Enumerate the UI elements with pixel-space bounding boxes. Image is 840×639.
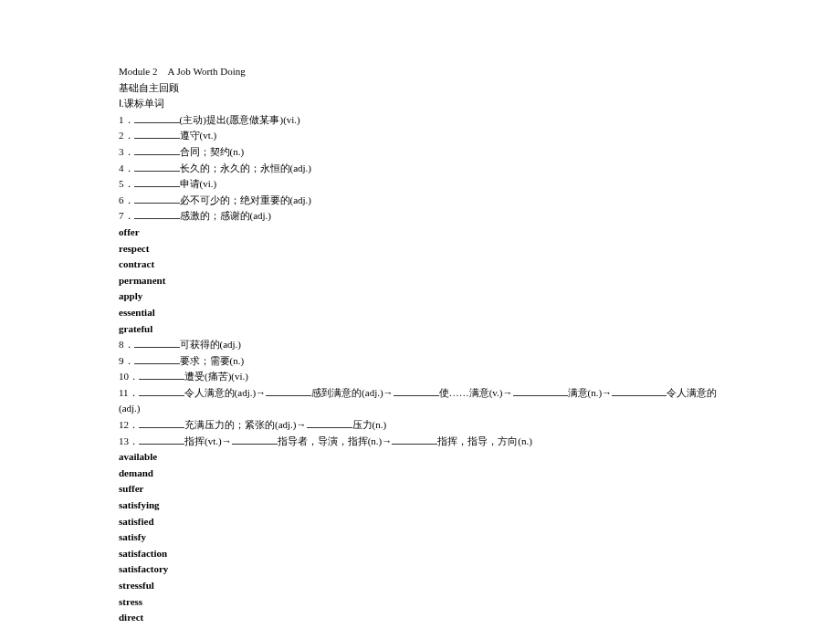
item-text: 合同；契约(n.) (180, 146, 245, 157)
item-num: 7． (119, 210, 134, 221)
answer-word: suffer (119, 481, 721, 498)
subtitle: 基础自主回顾 (119, 80, 721, 97)
item-text: 可获得的(adj.) (180, 339, 242, 350)
vocab-item: 1．(主动)提出(愿意做某事)(vi.) (119, 112, 721, 129)
item-part: 令人满意的(adj.)→ (184, 387, 267, 398)
blank-field[interactable] (134, 128, 180, 139)
answer-word: essential (119, 305, 721, 321)
item-text: 感激的；感谢的(adj.) (180, 210, 272, 221)
vocab-item: 8．可获得的(adj.) (119, 337, 721, 353)
item-part: 指导者，导演，指挥(n.)→ (278, 435, 393, 446)
answer-word: satisfy (119, 529, 721, 546)
blank-field[interactable] (139, 385, 184, 396)
answer-word: grateful (119, 321, 721, 338)
blank-field[interactable] (307, 417, 352, 428)
answer-word: permanent (119, 273, 721, 289)
item-num: 10． (119, 371, 139, 382)
item-num: 2． (119, 130, 134, 141)
item-text: 必不可少的；绝对重要的(adj.) (180, 194, 312, 205)
blank-field[interactable] (134, 161, 180, 172)
answer-word: stress (119, 594, 721, 611)
item-text: 遵守(vt.) (180, 130, 217, 141)
module-title: Module 2 A Job Worth Doing (119, 64, 721, 80)
answer-word: satisfying (119, 498, 721, 514)
item-part: 指挥(vt.)→ (184, 435, 232, 446)
item-num: 5． (119, 178, 134, 189)
item-num: 11． (119, 387, 139, 398)
blank-field[interactable] (513, 385, 568, 396)
item-part: 指挥，指导，方向(n.) (437, 435, 532, 446)
blank-field[interactable] (134, 337, 180, 348)
item-num: 4． (119, 162, 134, 173)
item-part: 感到满意的(adj.)→ (311, 387, 394, 398)
blank-field[interactable] (392, 434, 437, 445)
answer-word: demand (119, 466, 721, 482)
vocab-item: 10．遭受(痛苦)(vi.) (119, 369, 721, 385)
answer-word: available (119, 449, 721, 466)
vocab-item: 9．要求；需要(n.) (119, 353, 721, 370)
answer-word: direct (119, 610, 721, 626)
answer-word: offer (119, 225, 721, 241)
vocab-item: 7．感激的；感谢的(adj.) (119, 208, 721, 225)
item-text: 遭受(痛苦)(vi.) (184, 371, 248, 382)
vocab-item: 11．令人满意的(adj.)→感到满意的(adj.)→使……满意(v.)→满意(… (119, 385, 721, 417)
vocab-item: 2．遵守(vt.) (119, 128, 721, 144)
blank-field[interactable] (394, 385, 439, 396)
item-part: 充满压力的；紧张的(adj.)→ (184, 419, 307, 430)
item-part: 满意(n.)→ (568, 387, 613, 398)
item-part: 使……满意(v.)→ (439, 387, 513, 398)
blank-field[interactable] (134, 112, 180, 123)
item-text: 长久的；永久的；永恒的(adj.) (180, 162, 312, 173)
vocab-item: 13．指挥(vt.)→指导者，导演，指挥(n.)→指挥，指导，方向(n.) (119, 434, 721, 450)
vocab-item: 4．长久的；永久的；永恒的(adj.) (119, 161, 721, 177)
item-text: 申请(vi.) (180, 178, 217, 189)
item-num: 1． (119, 114, 134, 125)
blank-field[interactable] (134, 353, 180, 364)
item-text: 要求；需要(n.) (180, 355, 245, 366)
answer-word: contract (119, 257, 721, 273)
item-num: 6． (119, 194, 134, 205)
blank-field[interactable] (139, 369, 184, 380)
section-heading: Ⅰ.课标单词 (119, 96, 721, 112)
answer-word: satisfied (119, 514, 721, 530)
answer-word: satisfaction (119, 546, 721, 562)
blank-field[interactable] (134, 144, 180, 155)
blank-field[interactable] (134, 176, 180, 187)
item-num: 8． (119, 339, 134, 350)
blank-field[interactable] (612, 385, 667, 396)
blank-field[interactable] (134, 208, 180, 219)
answer-word: respect (119, 241, 721, 257)
item-num: 13． (119, 435, 139, 446)
blank-field[interactable] (139, 434, 184, 445)
vocab-item: 5．申请(vi.) (119, 176, 721, 193)
item-num: 12． (119, 419, 139, 430)
vocab-item: 12．充满压力的；紧张的(adj.)→压力(n.) (119, 417, 721, 434)
blank-field[interactable] (266, 385, 311, 396)
item-num: 9． (119, 355, 134, 366)
answer-word: apply (119, 288, 721, 305)
item-text: (主动)提出(愿意做某事)(vi.) (180, 114, 300, 125)
blank-field[interactable] (139, 417, 184, 428)
vocab-item: 3．合同；契约(n.) (119, 144, 721, 161)
blank-field[interactable] (134, 193, 180, 204)
item-part: 压力(n.) (352, 419, 387, 430)
answer-word: satisfactory (119, 561, 721, 578)
blank-field[interactable] (232, 434, 278, 445)
item-num: 3． (119, 146, 134, 157)
answer-word: stressful (119, 578, 721, 594)
vocab-item: 6．必不可少的；绝对重要的(adj.) (119, 193, 721, 209)
